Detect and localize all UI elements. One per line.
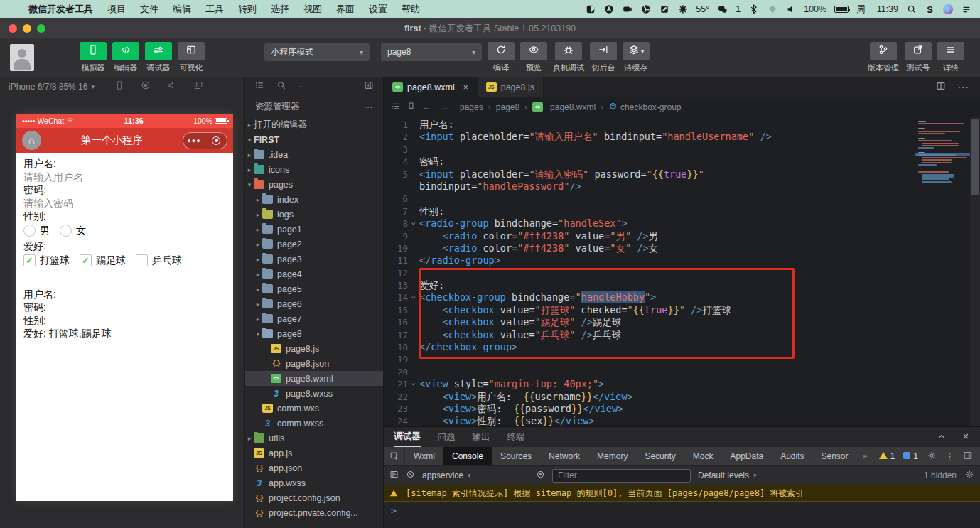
record-icon[interactable] [141,80,151,92]
bookmark-icon[interactable] [406,102,416,113]
toolbar-toggle-可视化[interactable]: 可视化 [178,42,205,73]
menubar-clock[interactable]: 周一 11:39 [856,4,898,16]
notes-icon[interactable] [659,4,669,15]
fold-icon[interactable]: › [408,378,419,390]
kebab-menu-icon[interactable]: ⋮ [945,451,954,462]
tree-item-comm.wxs[interactable]: JScomm.wxs [245,401,383,416]
code-line-20[interactable]: 20 [384,366,980,378]
toolbar-action-预览[interactable]: 预览 [520,42,547,73]
tree-item-page7[interactable]: ▸page7 [245,311,383,326]
breadcrumb-page8[interactable]: page8 [496,102,519,112]
camera-icon[interactable] [622,4,632,15]
tree-item-page6[interactable]: ▸page6 [245,296,383,311]
password-input[interactable]: 请输入密码 [23,197,226,210]
code-line-6[interactable]: 6 [384,193,980,205]
tree-item-page8.wxml[interactable]: <>page8.wxml [245,371,383,386]
devtools-settings-icon[interactable] [927,451,937,463]
toolbar-action-编译[interactable]: 编译 [488,42,515,73]
exit-record-button[interactable] [205,136,227,145]
tree-item-app.json[interactable]: {..}app.json [245,460,383,475]
spotlight-icon[interactable] [906,4,917,15]
checkbox-乒乓球[interactable] [136,254,148,266]
menu-item-10[interactable]: 设置 [362,3,394,16]
search-icon[interactable] [276,80,286,92]
breadcrumb-page8.wxml[interactable]: <>page8.wxml [532,102,596,112]
windows-icon[interactable] [193,80,203,92]
devtools-tab-Mock[interactable]: Mock [684,447,722,465]
panel-tab-问题[interactable]: 问题 [438,427,456,447]
control-center-icon[interactable] [961,4,971,15]
editor-tab-page8.js[interactable]: JSpage8.js [478,77,544,97]
devtools-tab-AppData[interactable]: AppData [721,447,772,465]
editor-scrollbar[interactable] [970,117,980,426]
bluetooth-icon[interactable] [748,4,759,15]
dock-side-icon[interactable] [963,451,973,463]
more-icon[interactable]: ⋯ [298,81,308,92]
display-icon[interactable] [585,4,596,15]
code-line-3[interactable]: 3 [384,144,980,156]
menu-item-2[interactable]: 项目 [100,3,133,16]
panel-tab-输出[interactable]: 输出 [473,427,490,447]
code-line-19[interactable]: 19 [384,353,980,365]
tree-item-page8.wxss[interactable]: 3page8.wxss [245,386,383,401]
code-line-18[interactable]: 18</checkbox-group> [384,341,980,353]
tree-item-page2[interactable]: ▸page2 [245,237,383,252]
toolbar-right-详情[interactable]: 详情 [937,42,964,73]
collapse-sidebar-icon[interactable] [364,80,374,92]
info-badge[interactable]: 1 [903,451,918,461]
volume-icon[interactable] [785,4,796,15]
code-line-1[interactable]: 1用户名: [384,119,980,131]
devtools-tab-Wxml[interactable]: Wxml [405,447,443,465]
tree-item-page4[interactable]: ▸page4 [245,266,383,281]
tree-item-page8.json[interactable]: {..}page8.json [245,356,383,371]
tree-item-comm.wxss[interactable]: 3comm.wxss [245,416,383,431]
more-icon[interactable]: ⋯ [364,102,374,112]
toolbar-toggle-编辑器[interactable]: 编辑器 [112,42,139,73]
device-selector[interactable]: iPhone 6/7/8 85% 16 ▾ [9,82,95,92]
toolbar-toggle-调试器[interactable]: 调试器 [145,42,172,73]
filter-input[interactable]: Filter [552,469,691,483]
tree-item-index[interactable]: ▸index [245,192,383,207]
menu-item-7[interactable]: 选择 [264,3,296,16]
menu-item-5[interactable]: 工具 [198,3,231,16]
toolbar-right-版本管理[interactable]: 版本管理 [868,42,899,73]
code-line-21[interactable]: 21›<view style="margin-top: 40px;"> [384,378,980,390]
close-panel-icon[interactable] [962,432,970,443]
tree-item-page8[interactable]: ▾page8 [245,326,383,341]
fold-icon[interactable]: › [408,217,419,230]
open-editors-section[interactable]: ▸ 打开的编辑器 [245,117,383,132]
project-root-section[interactable]: ▾ FIRST [245,132,383,147]
inspect-element-icon[interactable] [384,447,405,465]
page-dropdown[interactable]: page8 ▾ [381,43,482,61]
code-line-7[interactable]: 7性别: [384,205,980,217]
code-area[interactable]: 1用户名:2<input placeholder="请输入用户名" bindin… [384,117,980,426]
code-line-23[interactable]: 23 <view>密码: {{password}}</view> [384,403,980,415]
menu-item-1[interactable]: 微信开发者工具 [21,3,100,16]
radio-男[interactable] [23,225,36,237]
fold-icon[interactable]: › [408,291,419,303]
code-line-24[interactable]: 24 <view>性别: {{sex}}</view> [384,415,980,426]
log-levels-dropdown[interactable]: Default levels ▾ [698,470,757,480]
radio-女[interactable] [60,225,72,237]
checkbox-打篮球[interactable]: ✓ [23,254,36,266]
menu-item-11[interactable]: 帮助 [394,3,427,16]
gear-temp-icon[interactable] [677,4,688,15]
tree-item-page8.js[interactable]: JSpage8.js [245,341,383,356]
menu-item-6[interactable]: 转到 [231,3,264,16]
menu-item-9[interactable]: 界面 [329,3,362,16]
username-input[interactable]: 请输入用户名 [23,171,226,184]
fan-icon[interactable] [640,4,651,15]
devtools-tab-Audits[interactable]: Audits [772,447,812,465]
back-icon[interactable]: ← [422,102,431,112]
more-menu-button[interactable]: ●●● [183,137,205,144]
outline-icon[interactable] [391,102,400,113]
home-button[interactable]: ⌂ [22,131,41,150]
code-line-wrap-5[interactable]: bindinput="handlePassword"/> [384,181,980,193]
siri-icon[interactable] [943,4,953,14]
tree-item-project.config.json[interactable]: {..}project.config.json [245,490,383,505]
s-app-icon[interactable]: S [925,4,935,15]
panel-tab-调试器[interactable]: 调试器 [394,427,421,447]
code-line-15[interactable]: 15 <checkbox value="打篮球" checked="{{true… [384,304,980,316]
checkbox-踢足球[interactable]: ✓ [80,254,92,266]
clear-console-icon[interactable] [406,470,415,481]
